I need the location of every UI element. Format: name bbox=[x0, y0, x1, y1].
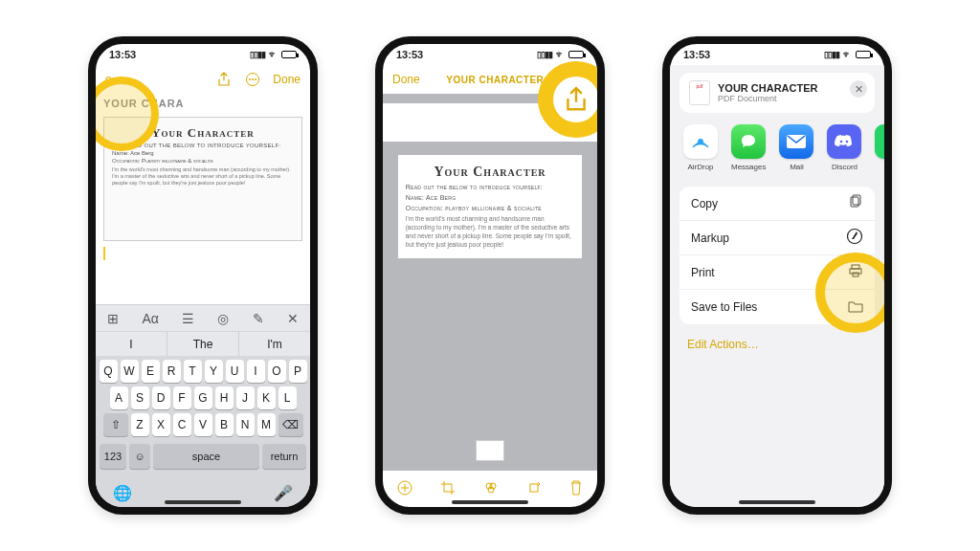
markup-icon[interactable]: ✎ bbox=[253, 311, 264, 326]
format-bar: ⊞ Aα ☰ ◎ ✎ ✕ bbox=[96, 304, 310, 331]
key-q[interactable]: Q bbox=[100, 360, 118, 383]
action-save-to-files[interactable]: Save to Files bbox=[679, 290, 875, 324]
key-k[interactable]: K bbox=[257, 386, 276, 409]
copy-icon bbox=[848, 194, 863, 212]
status-time: 13:53 bbox=[683, 49, 710, 60]
textstyle-icon[interactable]: Aα bbox=[142, 311, 158, 326]
pdf-icon: pdf bbox=[689, 80, 710, 105]
app-discord[interactable]: Discord bbox=[827, 124, 861, 171]
key-c[interactable]: C bbox=[173, 413, 191, 436]
key-g[interactable]: G bbox=[194, 386, 212, 409]
status-right: ▯▯▮▮ ᯤ bbox=[250, 50, 297, 59]
page-thumbnail[interactable] bbox=[476, 440, 504, 461]
close-formatbar-icon[interactable]: ✕ bbox=[287, 311, 299, 326]
space-key[interactable]: space bbox=[153, 444, 259, 469]
emoji-key[interactable]: ☺ bbox=[129, 444, 150, 469]
predict-2[interactable]: The bbox=[167, 332, 239, 356]
key-d[interactable]: D bbox=[152, 386, 170, 409]
key-b[interactable]: B bbox=[215, 413, 234, 436]
svg-point-12 bbox=[846, 141, 849, 143]
mic-icon[interactable]: 🎤 bbox=[274, 484, 293, 502]
close-share-sheet-button[interactable]: ✕ bbox=[850, 80, 867, 98]
predict-1[interactable]: I bbox=[96, 332, 167, 356]
done-button[interactable]: Done bbox=[392, 73, 420, 86]
return-key[interactable]: return bbox=[262, 444, 306, 469]
notes-topbar: e Done bbox=[96, 65, 310, 94]
battery-icon bbox=[281, 51, 297, 58]
trash-icon[interactable] bbox=[568, 479, 584, 499]
status-time: 13:53 bbox=[109, 49, 136, 60]
document-preview[interactable]: Your Character Read out the below to int… bbox=[383, 94, 597, 471]
app-more[interactable]: W bbox=[875, 124, 884, 171]
key-n[interactable]: N bbox=[236, 413, 255, 436]
svg-point-3 bbox=[255, 78, 256, 80]
key-t[interactable]: T bbox=[184, 360, 202, 383]
key-i[interactable]: I bbox=[247, 360, 265, 383]
share-icon[interactable] bbox=[570, 71, 588, 88]
share-icon[interactable] bbox=[215, 71, 233, 88]
key-m[interactable]: M bbox=[257, 413, 276, 436]
predict-3[interactable]: I'm bbox=[239, 332, 310, 356]
numbers-key[interactable]: 123 bbox=[100, 444, 126, 469]
home-indicator[interactable] bbox=[739, 500, 815, 504]
key-s[interactable]: S bbox=[131, 386, 149, 409]
more-icon[interactable] bbox=[244, 71, 261, 88]
key-x[interactable]: X bbox=[152, 413, 170, 436]
globe-icon[interactable]: 🌐 bbox=[113, 484, 132, 502]
key-v[interactable]: V bbox=[194, 413, 212, 436]
phone-notes-editor: 13:53 ▯▯▮▮ ᯤ e Done YOUR CHARA You bbox=[88, 36, 318, 515]
key-a[interactable]: A bbox=[110, 386, 128, 409]
add-page-icon[interactable] bbox=[396, 479, 413, 499]
app-mail[interactable]: Mail bbox=[779, 124, 813, 171]
keyboard[interactable]: QWERTYUIOP ASDFGHJKL ⇧ ZXCVBNM ⌫ 123 ☺ s… bbox=[96, 356, 310, 478]
key-o[interactable]: O bbox=[268, 360, 286, 383]
share-file-card: pdf YOUR CHARACTER PDF Document ✕ bbox=[679, 73, 875, 113]
preview-title: YOUR CHARACTER bbox=[446, 75, 544, 85]
battery-icon bbox=[856, 51, 871, 58]
page-top-band bbox=[383, 103, 597, 142]
signal-icon: ▯▯▮▮ bbox=[250, 50, 265, 59]
home-indicator[interactable] bbox=[452, 500, 528, 504]
rotate-icon[interactable] bbox=[525, 479, 543, 499]
key-e[interactable]: E bbox=[142, 360, 160, 383]
done-button[interactable]: Done bbox=[273, 73, 301, 86]
key-h[interactable]: H bbox=[215, 386, 234, 409]
key-j[interactable]: J bbox=[236, 386, 255, 409]
svg-point-1 bbox=[249, 78, 251, 80]
document-attachment[interactable]: Your Character READ OUT THE BELOW TO INT… bbox=[103, 117, 302, 241]
camera-icon[interactable]: ◎ bbox=[217, 311, 229, 326]
key-u[interactable]: U bbox=[226, 360, 244, 383]
svg-rect-16 bbox=[852, 265, 859, 269]
share-file-title: YOUR CHARACTER bbox=[718, 82, 818, 94]
back-button[interactable]: e bbox=[105, 73, 112, 86]
edit-actions-button[interactable]: Edit Actions… bbox=[687, 338, 867, 351]
page-1: Your Character Read out the below to int… bbox=[398, 155, 583, 258]
table-icon[interactable]: ⊞ bbox=[107, 311, 119, 326]
key-l[interactable]: L bbox=[278, 386, 297, 409]
action-markup[interactable]: Markup bbox=[679, 221, 875, 255]
app-airdrop[interactable]: AirDrop bbox=[683, 124, 718, 171]
key-f[interactable]: F bbox=[173, 386, 191, 409]
shift-key[interactable]: ⇧ bbox=[103, 413, 128, 436]
note-body[interactable]: YOUR CHARA Your Character READ OUT THE B… bbox=[96, 94, 310, 304]
wifi-icon: ᯤ bbox=[269, 50, 278, 59]
share-apps-row[interactable]: AirDrop Messages Mail bbox=[670, 119, 884, 181]
phone-pdf-preview: 13:53 ▯▯▮▮ ᯤ Done YOUR CHARACTER Your Ch… bbox=[375, 36, 605, 515]
key-r[interactable]: R bbox=[163, 360, 181, 383]
text-cursor bbox=[103, 247, 105, 260]
app-messages[interactable]: Messages bbox=[731, 124, 766, 171]
filter-icon[interactable] bbox=[482, 479, 500, 499]
key-z[interactable]: Z bbox=[131, 413, 149, 436]
action-print[interactable]: Print bbox=[679, 255, 875, 290]
key-w[interactable]: W bbox=[121, 360, 139, 383]
key-y[interactable]: Y bbox=[205, 360, 223, 383]
status-time: 13:53 bbox=[396, 49, 423, 60]
status-bar: 13:53 ▯▯▮▮ ᯤ bbox=[383, 44, 597, 65]
list-icon[interactable]: ☰ bbox=[182, 311, 194, 326]
action-copy[interactable]: Copy bbox=[679, 187, 875, 221]
key-p[interactable]: P bbox=[289, 360, 307, 383]
home-indicator[interactable] bbox=[165, 500, 241, 504]
svg-rect-8 bbox=[530, 484, 538, 492]
crop-icon[interactable] bbox=[439, 479, 457, 499]
backspace-key[interactable]: ⌫ bbox=[278, 413, 303, 436]
